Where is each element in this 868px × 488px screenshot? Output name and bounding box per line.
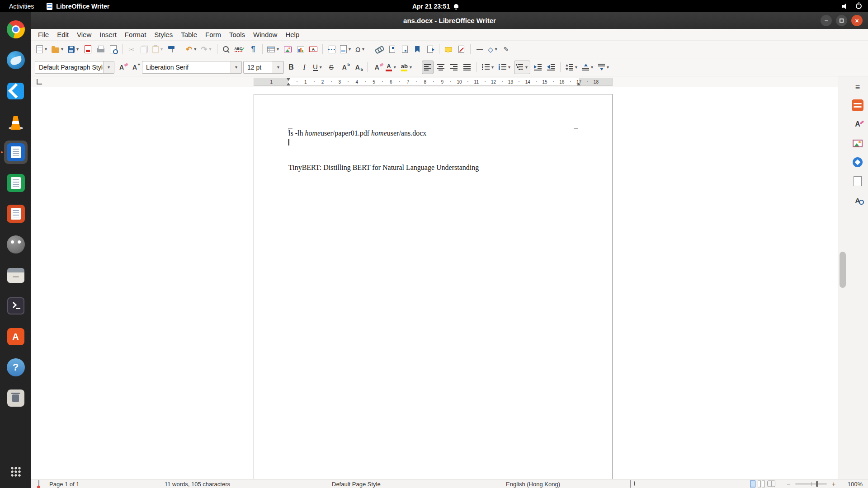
ruler-strip[interactable]: 1123456789101112131415161718: [254, 78, 613, 86]
paste-button[interactable]: ▾: [151, 42, 165, 56]
dock-vlc[interactable]: [4, 110, 28, 133]
insert-comment-button[interactable]: [443, 42, 454, 56]
sidebar-tab-navigator[interactable]: [850, 155, 865, 169]
redo-button[interactable]: ↷▾: [199, 42, 213, 56]
paragraph-style-value[interactable]: Default Paragraph Style: [35, 61, 103, 73]
multi-page-view-button[interactable]: [758, 480, 765, 487]
insert-image-button[interactable]: [282, 42, 294, 56]
increase-paragraph-spacing-button[interactable]: ▾: [581, 61, 595, 74]
insert-page-break-button[interactable]: [326, 42, 338, 56]
font-color-button[interactable]: A▾: [384, 61, 398, 74]
bold-button[interactable]: B: [285, 61, 297, 74]
paragraph-spacing-dropdown[interactable]: ▾: [606, 65, 610, 70]
paragraph-style-combobox[interactable]: Default Paragraph Style ▾: [35, 61, 114, 74]
outline-format-button[interactable]: ▾: [514, 61, 530, 74]
menu-format[interactable]: Format: [121, 30, 151, 39]
font-size-dropdown[interactable]: ▾: [273, 61, 283, 73]
dock-thunderbird[interactable]: [4, 48, 28, 72]
font-color-dropdown[interactable]: ▾: [393, 65, 397, 70]
decrease-indent-button[interactable]: [545, 61, 557, 74]
menu-help[interactable]: Help: [281, 30, 303, 39]
document-page[interactable]: ls -lh homeuser/paper01.pdf homeuser/ans…: [254, 94, 613, 479]
dock-ubuntu-software[interactable]: A: [4, 325, 28, 348]
decrease-paragraph-spacing-button[interactable]: ▾: [597, 61, 611, 74]
new-style-button[interactable]: A+: [129, 61, 141, 74]
update-style-button[interactable]: A: [116, 61, 127, 74]
line-spacing-button[interactable]: ▾: [564, 61, 580, 74]
save-button[interactable]: ▾: [66, 42, 81, 56]
unordered-list-dropdown[interactable]: ▾: [491, 65, 495, 70]
font-name-combobox[interactable]: Liberation Serif ▾: [142, 61, 242, 74]
word-count-status[interactable]: 11 words, 105 characters: [165, 480, 230, 487]
insert-chart-button[interactable]: [295, 42, 307, 56]
insert-textbox-button[interactable]: A: [307, 42, 319, 56]
book-view-button[interactable]: [767, 481, 775, 487]
clock-menu[interactable]: Apr 21 23:51: [412, 3, 458, 10]
document-modified-indicator[interactable]: [38, 480, 39, 487]
menu-file[interactable]: File: [34, 30, 53, 39]
menu-table[interactable]: Table: [177, 30, 201, 39]
system-status-area[interactable]: [842, 3, 862, 9]
zoom-out-button[interactable]: −: [785, 481, 792, 487]
page-style-status[interactable]: Default Page Style: [332, 480, 381, 487]
insert-field-dropdown[interactable]: ▾: [348, 47, 352, 52]
insert-hyperlink-button[interactable]: [373, 42, 385, 56]
sidebar-tab-gallery[interactable]: [850, 136, 865, 150]
font-size-value[interactable]: 12 pt: [244, 61, 273, 73]
focused-app-menu[interactable]: LibreOffice Writer: [47, 3, 109, 10]
activities-button[interactable]: Activities: [6, 3, 37, 10]
menu-insert[interactable]: Insert: [95, 30, 121, 39]
paste-dropdown[interactable]: ▾: [160, 47, 164, 52]
insert-table-button[interactable]: ▾: [266, 42, 281, 56]
spelling-button[interactable]: ABC✓: [233, 42, 246, 56]
basic-shapes-button[interactable]: ◇▾: [486, 42, 500, 56]
menu-form[interactable]: Form: [201, 30, 225, 39]
font-size-combobox[interactable]: 12 pt ▾: [243, 61, 284, 74]
tab-stop-type-selector[interactable]: [37, 79, 42, 84]
show-draw-functions-button[interactable]: ✎: [500, 42, 512, 56]
volume-icon[interactable]: [842, 4, 849, 9]
first-line-indent-marker[interactable]: [287, 78, 290, 81]
track-changes-button[interactable]: [455, 42, 467, 56]
power-icon[interactable]: [856, 3, 862, 9]
underline-dropdown[interactable]: ▾: [319, 65, 323, 70]
align-left-button[interactable]: [422, 61, 434, 74]
paragraph-spacing-dropdown[interactable]: ▾: [590, 65, 594, 70]
dock-terminal[interactable]: [4, 294, 28, 318]
ordered-list-dropdown[interactable]: ▾: [507, 65, 511, 70]
print-preview-button[interactable]: [107, 42, 119, 56]
clear-formatting-button[interactable]: A: [371, 61, 383, 74]
highlight-color-button[interactable]: ab▾: [400, 61, 414, 74]
undo-button[interactable]: ↶▾: [184, 42, 198, 56]
menu-window[interactable]: Window: [249, 30, 281, 39]
cut-button[interactable]: ✂: [126, 42, 137, 56]
sidebar-tab-page[interactable]: [850, 174, 865, 188]
open-dropdown[interactable]: ▾: [60, 47, 64, 52]
insert-special-character-button[interactable]: Ω▾: [354, 42, 367, 56]
selection-mode-status[interactable]: [630, 480, 631, 487]
insert-table-dropdown[interactable]: ▾: [276, 47, 280, 52]
menu-styles[interactable]: Styles: [150, 30, 177, 39]
dock-google-chrome[interactable]: [4, 18, 28, 41]
sidebar-tab-properties[interactable]: [850, 98, 865, 113]
minimize-button[interactable]: −: [821, 15, 832, 26]
dock-libreoffice-impress[interactable]: [4, 202, 28, 225]
title-bar[interactable]: ans.docx - LibreOffice Writer − ×: [31, 12, 868, 29]
menu-view[interactable]: View: [73, 30, 95, 39]
dock-gimp[interactable]: [4, 233, 28, 256]
increase-indent-button[interactable]: [532, 61, 543, 74]
maximize-button[interactable]: [836, 15, 847, 26]
dock-help[interactable]: ?: [4, 356, 28, 379]
highlight-color-dropdown[interactable]: ▾: [409, 65, 413, 70]
paragraph-style-dropdown[interactable]: ▾: [103, 61, 114, 73]
left-indent-marker[interactable]: [287, 83, 290, 85]
align-right-button[interactable]: [448, 61, 460, 74]
italic-button[interactable]: I: [298, 61, 310, 74]
dock-libreoffice-calc[interactable]: [4, 171, 28, 195]
zoom-in-button[interactable]: +: [830, 481, 837, 487]
insert-bookmark-button[interactable]: [411, 42, 423, 56]
copy-button[interactable]: [138, 42, 150, 56]
formatting-marks-button[interactable]: ¶: [247, 42, 259, 56]
language-status[interactable]: English (Hong Kong): [506, 480, 560, 487]
zoom-slider[interactable]: [795, 483, 827, 484]
